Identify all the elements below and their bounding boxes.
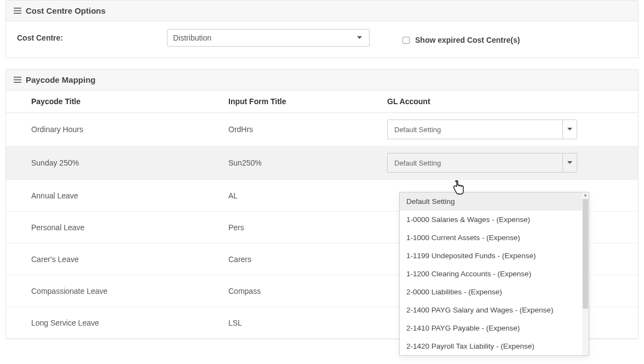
gl-account-select[interactable]: Default Setting xyxy=(387,153,577,173)
dropdown-option[interactable]: 2-1400 PAYG Salary and Wages - (Expense) xyxy=(400,301,582,319)
dropdown-option[interactable]: 1-1000 Current Assets - (Expense) xyxy=(400,229,582,247)
dropdown-option[interactable]: 2-1420 Payroll Tax Liability - (Expense) xyxy=(400,337,582,355)
cost-centre-label: Cost Centre: xyxy=(14,33,151,42)
chevron-down-icon xyxy=(562,120,577,139)
col-input-form: Input Form Title xyxy=(228,97,387,106)
gl-account-cell: Default Setting xyxy=(387,120,638,139)
scroll-up-icon[interactable]: ▲ xyxy=(583,192,588,198)
svg-rect-0 xyxy=(14,8,21,9)
input-form-cell: AL xyxy=(228,191,387,200)
paycode-panel-title: Paycode Mapping xyxy=(26,75,96,84)
dropdown-scrollbar[interactable]: ▲ xyxy=(582,192,589,355)
table-row: Sunday 250%Sun250%Default Setting xyxy=(6,146,638,180)
svg-rect-4 xyxy=(14,79,21,81)
input-form-cell: LSL xyxy=(228,318,387,327)
svg-rect-2 xyxy=(14,13,21,14)
gl-account-select[interactable]: Default Setting xyxy=(387,120,577,139)
gl-account-cell: Default Setting xyxy=(387,153,638,173)
chevron-down-icon xyxy=(355,33,364,42)
paycode-title-cell: Ordinary Hours xyxy=(31,125,228,134)
paycode-title-cell: Carer's Leave xyxy=(31,255,228,264)
cost-centre-options-panel: Cost Centre Options Cost Centre: Distrib… xyxy=(5,0,639,58)
svg-rect-1 xyxy=(14,10,21,12)
col-paycode-title: Paycode Title xyxy=(31,97,228,106)
paycode-title-cell: Long Service Leave xyxy=(31,318,228,327)
input-form-cell: Carers xyxy=(228,255,387,264)
paycode-panel-header: Paycode Mapping xyxy=(6,70,638,90)
input-form-cell: Compass xyxy=(228,287,387,295)
cost-centre-panel-title: Cost Centre Options xyxy=(26,6,106,15)
svg-rect-5 xyxy=(14,82,21,83)
cost-centre-panel-header: Cost Centre Options xyxy=(6,1,638,21)
menu-icon xyxy=(14,77,21,83)
scrollbar-thumb[interactable] xyxy=(583,199,588,309)
gl-account-select-value: Default Setting xyxy=(388,153,562,172)
col-gl-account: GL Account xyxy=(387,97,638,106)
show-expired-checkbox[interactable] xyxy=(403,37,410,44)
gl-account-dropdown[interactable]: Default Setting1-0000 Salaries & Wages -… xyxy=(399,192,589,356)
cost-centre-select[interactable]: Distribution xyxy=(167,29,370,47)
paycode-title-cell: Annual Leave xyxy=(31,191,228,200)
table-header: Paycode Title Input Form Title GL Accoun… xyxy=(6,90,638,113)
menu-icon xyxy=(14,8,21,14)
dropdown-option[interactable]: Default Setting xyxy=(400,192,582,211)
svg-rect-3 xyxy=(14,77,21,78)
dropdown-option[interactable]: 2-1410 PAYG Payable - (Expense) xyxy=(400,319,582,337)
chevron-down-icon xyxy=(562,153,577,172)
input-form-cell: Pers xyxy=(228,223,387,232)
paycode-title-cell: Compassionate Leave xyxy=(31,287,228,295)
gl-account-select-value: Default Setting xyxy=(388,120,562,139)
input-form-cell: Sun250% xyxy=(228,158,387,167)
dropdown-option[interactable]: 2-0000 Liabilities - (Expense) xyxy=(400,283,582,301)
show-expired-label: Show expired Cost Centre(s) xyxy=(415,36,520,44)
cost-centre-select-value: Distribution xyxy=(173,33,211,42)
dropdown-option[interactable]: 1-1199 Undeposited Funds - (Expense) xyxy=(400,247,582,265)
dropdown-option[interactable]: 1-0000 Salaries & Wages - (Expense) xyxy=(400,211,582,229)
dropdown-option[interactable]: 1-1200 Clearing Accounts - (Expense) xyxy=(400,265,582,283)
paycode-title-cell: Sunday 250% xyxy=(31,158,228,167)
paycode-title-cell: Personal Leave xyxy=(31,223,228,232)
table-row: Ordinary HoursOrdHrsDefault Setting xyxy=(6,113,638,146)
input-form-cell: OrdHrs xyxy=(228,125,387,134)
